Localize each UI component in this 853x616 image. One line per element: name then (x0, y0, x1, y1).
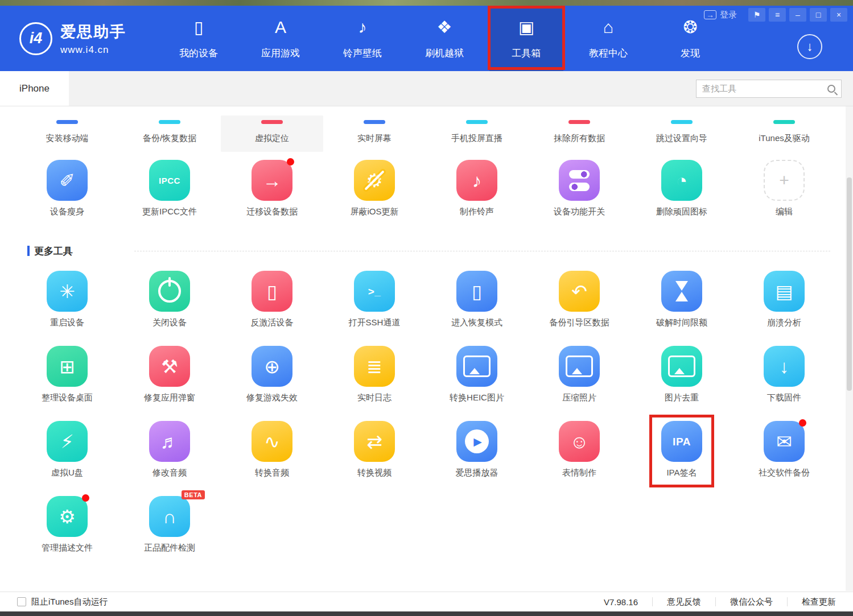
theme-skin-icon[interactable]: ⚑ (748, 8, 765, 22)
nav-item-my-devices[interactable]: ▯ 我的设备 (162, 6, 236, 71)
menu-icon[interactable]: ≡ (769, 8, 786, 22)
toolbox-icon: ▣ (518, 17, 534, 38)
app-header: i4 爱思助手 www.i4.cn ▯ 我的设备 A 应用游戏 ♪ 铃声壁纸 ❖… (0, 6, 853, 71)
wechat-official-link[interactable]: 微信公众号 (730, 597, 773, 607)
play-circle-icon: ▶ (472, 436, 482, 447)
close-button[interactable]: × (830, 8, 847, 22)
tool-tile[interactable]: 压缩照片 (528, 346, 631, 403)
download-manager-button[interactable]: ↓ (797, 34, 822, 59)
checkbox-icon[interactable] (17, 597, 26, 606)
tool-tile[interactable]: 转换HEIC图片 (426, 346, 528, 403)
tool-tile[interactable]: 关闭设备 (118, 271, 221, 328)
tool-tile[interactable]: ⚙ 屏蔽iOS更新 (323, 160, 426, 217)
tool-tile[interactable]: 破解时间限额 (631, 271, 733, 328)
tool-tile[interactable]: ⚡ 虚拟U盘 (16, 421, 118, 478)
tool-tile[interactable]: ▤ 崩溃分析 (733, 271, 835, 328)
minimize-button[interactable]: – (789, 8, 806, 22)
tool-tile[interactable]: >_ 打开SSH通道 (323, 271, 426, 328)
tool-icon (56, 120, 78, 124)
login-icon: → (704, 10, 716, 19)
tool-label: 关闭设备 (153, 317, 187, 328)
notification-dot-icon (287, 158, 294, 166)
check-update-link[interactable]: 检查更新 (802, 597, 836, 607)
tool-tile[interactable]: ≣ 实时日志 (323, 346, 426, 403)
scrollbar-thumb[interactable] (847, 177, 852, 391)
tool-tile[interactable]: ⊕ 修复游戏失效 (221, 346, 323, 403)
tool-tile[interactable]: 抹除所有数据 (528, 115, 631, 152)
login-button[interactable]: → 登录 (704, 10, 737, 20)
nav-item-tutorials[interactable]: ⌂ 教程中心 (571, 6, 645, 71)
tool-icon: ∩ BETA (149, 496, 190, 537)
tool-label: 设备瘦身 (50, 206, 84, 217)
tool-tile[interactable]: ⚙ 管理描述文件 (16, 496, 118, 553)
tool-tile[interactable]: ⚒ 修复应用弹窗 (118, 346, 221, 403)
tool-tile[interactable]: IPCC 更新IPCC文件 (118, 160, 221, 217)
block-itunes-checkbox[interactable]: 阻止iTunes自动运行 (17, 597, 108, 607)
tool-tile[interactable]: ☺ 表情制作 (528, 421, 631, 478)
migrate-arrow-icon: → (263, 171, 282, 190)
tool-tile[interactable]: ♪ 制作铃声 (426, 160, 528, 217)
nav-item-ringtones-wallpapers[interactable]: ♪ 铃声壁纸 (325, 6, 399, 71)
login-label: 登录 (720, 10, 737, 20)
nav-item-toolbox[interactable]: ▣ 工具箱 (489, 6, 563, 71)
tool-tile[interactable]: 安装移动端 (16, 115, 118, 152)
logo-badge-text: i4 (30, 30, 43, 47)
desktop-background-strip (0, 0, 853, 6)
feedback-link[interactable]: 意见反馈 (667, 597, 701, 607)
tool-icon: IPCC (149, 160, 190, 201)
tool-tile[interactable]: ♬ 修改音频 (118, 421, 221, 478)
tool-tile[interactable]: ⊞ 整理设备桌面 (16, 346, 118, 403)
tool-tile[interactable]: ▯ 反激活设备 (221, 271, 323, 328)
tool-tile[interactable]: ⇄ 转换视频 (323, 421, 426, 478)
tool-tile[interactable]: 备份/恢复数据 (118, 115, 221, 152)
earphones-icon: ∩ (163, 507, 176, 526)
tool-tile[interactable]: 虚拟定位 (221, 115, 323, 152)
tool-tile[interactable]: 手机投屏直播 (426, 115, 528, 152)
tool-tile[interactable]: + 编辑 (733, 160, 835, 217)
tool-tile[interactable]: 跳过设置向导 (631, 115, 733, 152)
tool-tile[interactable]: ◔ 删除顽固图标 (631, 160, 733, 217)
tool-tile[interactable]: 设备功能开关 (528, 160, 631, 217)
tool-tile[interactable]: ↓ 下载固件 (733, 346, 835, 403)
nav-label: 发现 (681, 47, 700, 60)
tool-icon: ♪ (456, 160, 497, 201)
tool-tile[interactable]: ∿ 转换音频 (221, 421, 323, 478)
tool-tile[interactable]: 图片去重 (631, 346, 733, 403)
scrollbar[interactable] (846, 106, 853, 591)
tool-label: 更新IPCC文件 (142, 206, 197, 217)
tool-icon: ◔ (661, 160, 702, 201)
tool-tile[interactable]: 实时屏幕 (323, 115, 426, 152)
nav-item-apps-games[interactable]: A 应用游戏 (244, 6, 318, 71)
tool-tile[interactable]: ✉ 社交软件备份 (733, 421, 835, 478)
tool-tile[interactable]: IPA IPA签名 (631, 421, 733, 478)
tool-label: 进入恢复模式 (451, 317, 502, 328)
tool-tile[interactable]: ▯ 进入恢复模式 (426, 271, 528, 328)
search-icon[interactable] (827, 85, 835, 93)
tool-label: 备份引导区数据 (550, 317, 609, 328)
tool-icon (773, 120, 795, 124)
tool-tile[interactable]: iTunes及驱动 (733, 115, 835, 152)
tool-label: 打开SSH通道 (349, 317, 401, 328)
nav-item-flash-jailbreak[interactable]: ❖ 刷机越狱 (407, 6, 481, 71)
search-input[interactable] (702, 84, 827, 93)
tool-icon (559, 160, 600, 201)
tool-tile[interactable]: ✳ 重启设备 (16, 271, 118, 328)
tool-tile[interactable]: ▶ 爱思播放器 (426, 421, 528, 478)
tool-row: ⊞ 整理设备桌面 ⚒ 修复应用弹窗 ⊕ 修复游戏失效 ≣ 实时日志 (16, 346, 853, 403)
gear-blocked-icon: ⚙ (366, 171, 383, 190)
tool-tile[interactable]: ✐ 设备瘦身 (16, 160, 118, 217)
maximize-button[interactable]: □ (810, 8, 827, 22)
tool-tile[interactable]: ↶ 备份引导区数据 (528, 271, 631, 328)
tool-label: 抹除所有数据 (554, 133, 605, 144)
tool-icon: → (252, 160, 292, 201)
tool-label: 爱思播放器 (456, 468, 498, 478)
tool-label: 崩溃分析 (767, 317, 801, 328)
grid-icon: ⊞ (59, 357, 75, 376)
tool-label: 删除顽固图标 (656, 206, 707, 217)
smiley-icon: ☺ (570, 432, 589, 451)
tool-icon (456, 346, 497, 387)
tool-tile[interactable]: ∩ BETA 正品配件检测 (118, 496, 221, 553)
tool-section-top: 安装移动端 备份/恢复数据 虚拟定位 实时屏幕 手机投屏直播 (16, 115, 853, 217)
tab-iphone[interactable]: iPhone (0, 71, 69, 106)
tool-tile[interactable]: → 迁移设备数据 (221, 160, 323, 217)
